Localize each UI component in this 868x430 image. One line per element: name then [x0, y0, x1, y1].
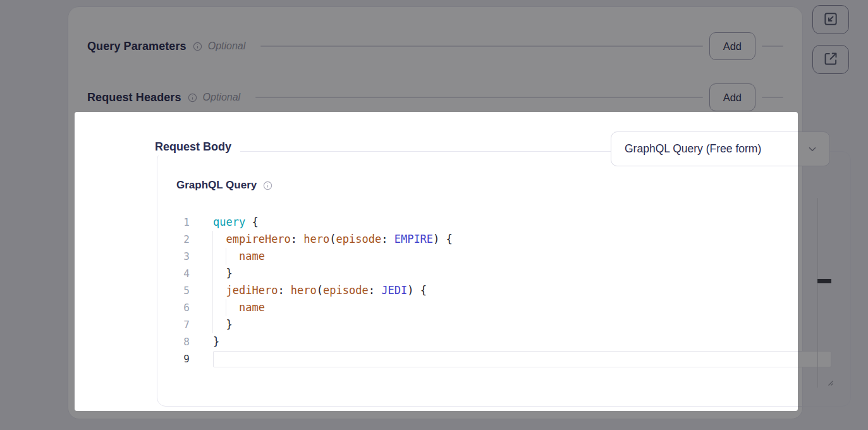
code-token: [213, 250, 239, 262]
editor-scrollbar-track: [817, 198, 818, 388]
add-request-header-button[interactable]: Add: [709, 83, 755, 111]
code-token: {: [245, 216, 258, 228]
line-number: 9: [163, 350, 190, 367]
code-token: :: [278, 284, 290, 297]
section-query-parameters: Query Parameters Optional Add: [87, 32, 783, 60]
request-body-title-text: Request Body: [155, 140, 231, 154]
editor-code-area[interactable]: query { empireHero: hero(episode: EMPIRE…: [213, 214, 831, 367]
code-token: }: [213, 267, 233, 280]
external-link-icon: [822, 51, 839, 69]
code-token: query: [213, 216, 245, 228]
code-line[interactable]: jediHero: hero(episode: JEDI) {: [213, 282, 831, 299]
code-token: }: [213, 335, 219, 348]
code-token: :: [369, 284, 381, 297]
body-type-selected-value: GraphQL Query (Free form): [625, 142, 807, 156]
code-line[interactable]: [213, 351, 831, 367]
query-parameters-title: Query Parameters: [87, 40, 186, 53]
line-number: 8: [163, 333, 190, 350]
code-token: JEDI: [381, 284, 407, 297]
page: Query Parameters Optional Add Request He…: [0, 0, 868, 430]
body-type-select[interactable]: GraphQL Query (Free form): [611, 132, 830, 166]
request-body-title: Request Body: [148, 138, 240, 156]
code-token: name: [239, 301, 265, 314]
line-number: 7: [163, 316, 190, 333]
editor-scrollbar-thumb[interactable]: [817, 279, 831, 283]
request-headers-title: Request Headers: [87, 91, 181, 104]
code-token: jediHero: [226, 284, 278, 297]
chevron-down-icon: [807, 144, 818, 155]
code-token: EMPIRE: [394, 233, 433, 245]
check-editor-card: Query Parameters Optional Add Request He…: [68, 6, 803, 419]
code-line[interactable]: empireHero: hero(episode: EMPIRE) {: [213, 231, 831, 248]
code-line[interactable]: }: [213, 265, 831, 282]
graphql-query-label-row: GraphQL Query: [176, 178, 272, 193]
collapse-editor-button[interactable]: [812, 5, 849, 34]
add-query-parameter-button[interactable]: Add: [709, 32, 755, 60]
code-token: [213, 301, 239, 314]
code-line[interactable]: name: [213, 299, 831, 316]
section-request-headers: Request Headers Optional Add: [87, 83, 783, 111]
line-number: 5: [163, 282, 190, 299]
code-token: :: [291, 233, 303, 245]
resize-grip-icon[interactable]: [825, 378, 834, 389]
code-token: hero: [291, 284, 317, 297]
line-number: 4: [163, 265, 190, 282]
editor-toolbar: [812, 5, 849, 74]
line-number: 2: [163, 231, 190, 248]
optional-badge: Optional: [208, 40, 246, 52]
code-line[interactable]: query {: [213, 214, 831, 231]
collapse-editor-icon: [822, 11, 839, 29]
divider-line: [762, 97, 783, 98]
code-token: :: [381, 233, 394, 245]
line-number: 6: [163, 299, 190, 316]
code-line[interactable]: }: [213, 333, 831, 350]
line-number: 1: [163, 214, 190, 231]
code-token: }: [213, 318, 233, 331]
code-token: [213, 233, 226, 245]
divider-line: [255, 97, 702, 98]
code-token: episode: [336, 233, 382, 245]
info-icon[interactable]: [193, 42, 202, 51]
line-number: 3: [163, 248, 190, 265]
code-token: empireHero: [226, 233, 290, 245]
graphql-code-editor[interactable]: 123456789 query { empireHero: hero(episo…: [163, 197, 840, 390]
code-token: ) {: [433, 233, 453, 245]
divider-line: [260, 46, 702, 47]
editor-line-numbers: 123456789: [163, 214, 190, 367]
info-icon[interactable]: [263, 181, 272, 190]
divider-line: [762, 46, 783, 47]
open-external-button[interactable]: [812, 45, 849, 74]
code-token: ) {: [407, 284, 427, 297]
info-icon[interactable]: [188, 93, 197, 102]
graphql-query-label: GraphQL Query: [176, 179, 257, 192]
code-token: hero: [303, 233, 329, 245]
code-token: episode: [323, 284, 369, 297]
code-line[interactable]: name: [213, 248, 831, 265]
code-token: (: [329, 233, 336, 245]
code-token: (: [317, 284, 323, 297]
code-token: name: [239, 250, 265, 262]
code-line[interactable]: }: [213, 316, 831, 333]
optional-badge: Optional: [203, 92, 241, 103]
code-token: [213, 284, 226, 297]
